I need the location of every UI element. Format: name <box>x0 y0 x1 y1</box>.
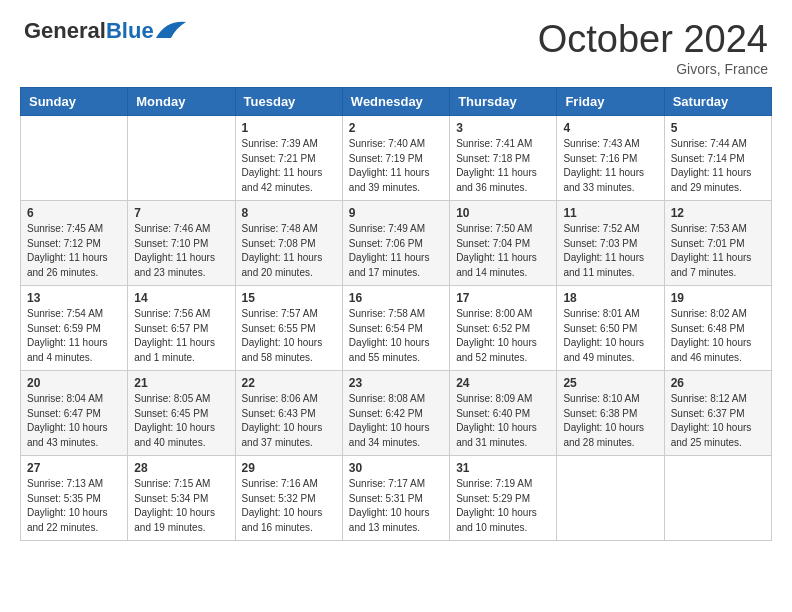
day-number: 16 <box>349 291 443 305</box>
day-info: Sunrise: 7:41 AMSunset: 7:18 PMDaylight:… <box>456 137 550 195</box>
col-tuesday: Tuesday <box>235 88 342 116</box>
day-info: Sunrise: 8:09 AMSunset: 6:40 PMDaylight:… <box>456 392 550 450</box>
day-number: 19 <box>671 291 765 305</box>
calendar-day: 30 Sunrise: 7:17 AMSunset: 5:31 PMDaylig… <box>342 456 449 541</box>
day-number: 12 <box>671 206 765 220</box>
day-number: 4 <box>563 121 657 135</box>
calendar-day: 13 Sunrise: 7:54 AMSunset: 6:59 PMDaylig… <box>21 286 128 371</box>
calendar-day: 23 Sunrise: 8:08 AMSunset: 6:42 PMDaylig… <box>342 371 449 456</box>
calendar-day: 29 Sunrise: 7:16 AMSunset: 5:32 PMDaylig… <box>235 456 342 541</box>
day-number: 31 <box>456 461 550 475</box>
calendar-day <box>557 456 664 541</box>
logo-blue: Blue <box>106 18 154 44</box>
calendar-day <box>664 456 771 541</box>
calendar-day: 18 Sunrise: 8:01 AMSunset: 6:50 PMDaylig… <box>557 286 664 371</box>
day-info: Sunrise: 8:00 AMSunset: 6:52 PMDaylight:… <box>456 307 550 365</box>
calendar-day: 28 Sunrise: 7:15 AMSunset: 5:34 PMDaylig… <box>128 456 235 541</box>
calendar-day: 8 Sunrise: 7:48 AMSunset: 7:08 PMDayligh… <box>235 201 342 286</box>
day-info: Sunrise: 8:10 AMSunset: 6:38 PMDaylight:… <box>563 392 657 450</box>
day-info: Sunrise: 7:46 AMSunset: 7:10 PMDaylight:… <box>134 222 228 280</box>
calendar-day: 1 Sunrise: 7:39 AMSunset: 7:21 PMDayligh… <box>235 116 342 201</box>
calendar-day: 9 Sunrise: 7:49 AMSunset: 7:06 PMDayligh… <box>342 201 449 286</box>
day-info: Sunrise: 7:49 AMSunset: 7:06 PMDaylight:… <box>349 222 443 280</box>
col-friday: Friday <box>557 88 664 116</box>
calendar-day: 7 Sunrise: 7:46 AMSunset: 7:10 PMDayligh… <box>128 201 235 286</box>
calendar-day: 4 Sunrise: 7:43 AMSunset: 7:16 PMDayligh… <box>557 116 664 201</box>
day-number: 15 <box>242 291 336 305</box>
day-info: Sunrise: 7:39 AMSunset: 7:21 PMDaylight:… <box>242 137 336 195</box>
day-number: 28 <box>134 461 228 475</box>
logo-wing-icon <box>156 20 186 38</box>
day-info: Sunrise: 7:54 AMSunset: 6:59 PMDaylight:… <box>27 307 121 365</box>
day-info: Sunrise: 7:19 AMSunset: 5:29 PMDaylight:… <box>456 477 550 535</box>
col-thursday: Thursday <box>450 88 557 116</box>
day-number: 14 <box>134 291 228 305</box>
day-number: 18 <box>563 291 657 305</box>
day-number: 17 <box>456 291 550 305</box>
calendar-day: 10 Sunrise: 7:50 AMSunset: 7:04 PMDaylig… <box>450 201 557 286</box>
calendar-wrapper: Sunday Monday Tuesday Wednesday Thursday… <box>0 87 792 551</box>
day-info: Sunrise: 8:04 AMSunset: 6:47 PMDaylight:… <box>27 392 121 450</box>
day-number: 21 <box>134 376 228 390</box>
day-number: 27 <box>27 461 121 475</box>
day-number: 7 <box>134 206 228 220</box>
calendar-day: 25 Sunrise: 8:10 AMSunset: 6:38 PMDaylig… <box>557 371 664 456</box>
calendar-day <box>128 116 235 201</box>
calendar-day: 14 Sunrise: 7:56 AMSunset: 6:57 PMDaylig… <box>128 286 235 371</box>
day-info: Sunrise: 7:15 AMSunset: 5:34 PMDaylight:… <box>134 477 228 535</box>
day-info: Sunrise: 7:16 AMSunset: 5:32 PMDaylight:… <box>242 477 336 535</box>
day-number: 8 <box>242 206 336 220</box>
logo: General Blue <box>24 18 186 44</box>
calendar-day: 19 Sunrise: 8:02 AMSunset: 6:48 PMDaylig… <box>664 286 771 371</box>
calendar-day: 2 Sunrise: 7:40 AMSunset: 7:19 PMDayligh… <box>342 116 449 201</box>
logo-general: General <box>24 18 106 44</box>
day-number: 11 <box>563 206 657 220</box>
calendar-week-1: 1 Sunrise: 7:39 AMSunset: 7:21 PMDayligh… <box>21 116 772 201</box>
calendar-day: 6 Sunrise: 7:45 AMSunset: 7:12 PMDayligh… <box>21 201 128 286</box>
calendar-day: 17 Sunrise: 8:00 AMSunset: 6:52 PMDaylig… <box>450 286 557 371</box>
col-monday: Monday <box>128 88 235 116</box>
day-number: 10 <box>456 206 550 220</box>
day-number: 1 <box>242 121 336 135</box>
calendar-day: 20 Sunrise: 8:04 AMSunset: 6:47 PMDaylig… <box>21 371 128 456</box>
calendar-week-5: 27 Sunrise: 7:13 AMSunset: 5:35 PMDaylig… <box>21 456 772 541</box>
day-number: 9 <box>349 206 443 220</box>
day-info: Sunrise: 7:13 AMSunset: 5:35 PMDaylight:… <box>27 477 121 535</box>
day-info: Sunrise: 7:50 AMSunset: 7:04 PMDaylight:… <box>456 222 550 280</box>
location: Givors, France <box>538 61 768 77</box>
day-info: Sunrise: 7:53 AMSunset: 7:01 PMDaylight:… <box>671 222 765 280</box>
day-number: 23 <box>349 376 443 390</box>
calendar-day: 27 Sunrise: 7:13 AMSunset: 5:35 PMDaylig… <box>21 456 128 541</box>
day-info: Sunrise: 7:45 AMSunset: 7:12 PMDaylight:… <box>27 222 121 280</box>
calendar-week-4: 20 Sunrise: 8:04 AMSunset: 6:47 PMDaylig… <box>21 371 772 456</box>
day-number: 25 <box>563 376 657 390</box>
col-saturday: Saturday <box>664 88 771 116</box>
calendar-day: 21 Sunrise: 8:05 AMSunset: 6:45 PMDaylig… <box>128 371 235 456</box>
calendar-day: 24 Sunrise: 8:09 AMSunset: 6:40 PMDaylig… <box>450 371 557 456</box>
day-number: 24 <box>456 376 550 390</box>
day-info: Sunrise: 7:52 AMSunset: 7:03 PMDaylight:… <box>563 222 657 280</box>
page-header: General Blue October 2024 Givors, France <box>0 0 792 87</box>
day-info: Sunrise: 7:40 AMSunset: 7:19 PMDaylight:… <box>349 137 443 195</box>
calendar-day: 15 Sunrise: 7:57 AMSunset: 6:55 PMDaylig… <box>235 286 342 371</box>
calendar-week-2: 6 Sunrise: 7:45 AMSunset: 7:12 PMDayligh… <box>21 201 772 286</box>
day-number: 6 <box>27 206 121 220</box>
day-number: 26 <box>671 376 765 390</box>
day-info: Sunrise: 7:48 AMSunset: 7:08 PMDaylight:… <box>242 222 336 280</box>
day-info: Sunrise: 8:05 AMSunset: 6:45 PMDaylight:… <box>134 392 228 450</box>
calendar-day: 22 Sunrise: 8:06 AMSunset: 6:43 PMDaylig… <box>235 371 342 456</box>
day-number: 2 <box>349 121 443 135</box>
calendar-day: 26 Sunrise: 8:12 AMSunset: 6:37 PMDaylig… <box>664 371 771 456</box>
day-info: Sunrise: 7:44 AMSunset: 7:14 PMDaylight:… <box>671 137 765 195</box>
day-info: Sunrise: 7:43 AMSunset: 7:16 PMDaylight:… <box>563 137 657 195</box>
col-wednesday: Wednesday <box>342 88 449 116</box>
calendar-header-row: Sunday Monday Tuesday Wednesday Thursday… <box>21 88 772 116</box>
month-title: October 2024 <box>538 18 768 61</box>
day-number: 5 <box>671 121 765 135</box>
day-info: Sunrise: 7:57 AMSunset: 6:55 PMDaylight:… <box>242 307 336 365</box>
day-info: Sunrise: 8:02 AMSunset: 6:48 PMDaylight:… <box>671 307 765 365</box>
title-block: October 2024 Givors, France <box>538 18 768 77</box>
calendar-day: 3 Sunrise: 7:41 AMSunset: 7:18 PMDayligh… <box>450 116 557 201</box>
calendar-table: Sunday Monday Tuesday Wednesday Thursday… <box>20 87 772 541</box>
day-info: Sunrise: 7:17 AMSunset: 5:31 PMDaylight:… <box>349 477 443 535</box>
